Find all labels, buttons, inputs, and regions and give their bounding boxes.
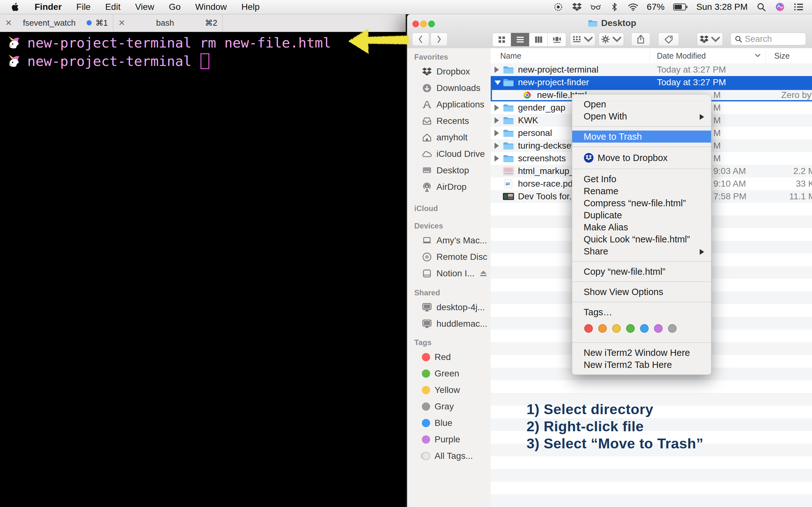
siri-icon[interactable] [775,2,785,12]
sidebar-section-favorites: FavoritesDropboxDownloadsApplicationsRec… [407,53,491,195]
action-gear-button[interactable] [599,33,624,46]
disclosure-triangle-icon[interactable] [495,155,499,162]
sidebar-item-yellow[interactable]: Yellow [407,382,491,398]
column-date-modified[interactable]: Date Modified [657,51,706,60]
menu-item-duplicate[interactable]: Duplicate [572,209,711,221]
dropbox-toolbar-button[interactable] [697,33,723,46]
sidebar-item-green[interactable]: Green [407,365,491,382]
disclosure-triangle-icon[interactable] [495,66,499,73]
sidebar-item-remote-disc[interactable]: Remote Disc [407,249,491,265]
disclosure-triangle-icon[interactable] [495,105,499,111]
disclosure-triangle-icon[interactable] [495,80,501,85]
tag-color-dot[interactable] [668,324,676,333]
tab-close-icon[interactable]: ✕ [5,18,12,28]
back-button[interactable] [412,33,429,46]
sidebar-item-blue[interactable]: Blue [407,415,491,431]
tag-color-dot[interactable] [654,324,663,333]
menu-bar-clock[interactable]: Sun 3:28 PM [696,2,748,12]
tag-color-dot[interactable] [626,324,635,333]
wifi-icon[interactable] [628,2,638,12]
bluetooth-icon[interactable] [609,2,619,12]
tag-color-dot[interactable] [598,324,607,333]
file-row-new-project-terminal[interactable]: new-project-terminalToday at 3:27 PM [491,63,812,76]
sidebar-item-amyholt[interactable]: amyholt [407,129,491,146]
dropbox-icon[interactable] [572,2,582,12]
file-row-new-project-finder[interactable]: new-project-finderToday at 3:27 PM [491,76,812,89]
menu-window[interactable]: Window [188,0,234,14]
disclosure-triangle-icon[interactable] [495,117,499,124]
apple-logo[interactable] [11,2,19,12]
file-name: KWK [518,115,538,125]
folder-icon [503,128,514,138]
group-by-button[interactable] [570,33,595,46]
menu-item-open-with[interactable]: Open With [572,110,711,122]
menu-item-label: Rename [583,186,618,196]
menu-item-tags-[interactable]: Tags… [572,306,711,318]
view-switcher[interactable] [492,33,566,47]
sidebar-item-gray[interactable]: Gray [407,398,491,415]
menu-file[interactable]: File [69,0,98,14]
sidebar-item-downloads[interactable]: Downloads [407,80,491,96]
file-size: 11.1 M [789,191,812,202]
sidebar-item-amy-s-mac-[interactable]: Amy’s Mac... [407,232,491,249]
terminal-tab-fsevent_watch[interactable]: ✕ fsevent_watch ⌘1 [0,14,113,32]
grid-view-button[interactable] [493,33,511,46]
sidebar-item-dropbox[interactable]: Dropbox [407,63,491,80]
menu-item-copy-new-file-html-[interactable]: Copy “new-file.html” [572,266,711,278]
menu-item-make-alias[interactable]: Make Alias [572,221,711,233]
column-name[interactable]: Name [500,51,521,60]
menu-item-get-info[interactable]: Get Info [572,173,711,185]
tag-color-dot[interactable] [584,324,593,333]
menu-view[interactable]: View [128,0,161,14]
column-size[interactable]: Size [774,51,790,60]
sidebar-item-huddlemac-[interactable]: huddlemac... [407,316,491,332]
menu-item-new-iterm2-window-here[interactable]: New iTerm2 Window Here [572,347,711,359]
menu-item-show-view-options[interactable]: Show View Options [572,286,711,298]
terminal-tab-bash[interactable]: ✕ bash ⌘2 [113,14,223,32]
eject-icon[interactable] [479,270,487,277]
menu-separator [572,126,711,127]
column-view-button[interactable] [529,33,548,46]
sidebar-section-icloud: iCloud [407,204,491,215]
menu-item-move-to-dropbox[interactable]: Move to Dropbox [572,151,711,165]
menu-go[interactable]: Go [161,0,188,14]
sidebar-item-airdrop[interactable]: AirDrop [407,179,491,195]
list-view-button[interactable] [511,33,529,46]
sidebar-item-label: Dropbox [437,66,470,77]
finder-sidebar: FavoritesDropboxDownloadsApplicationsRec… [407,48,491,507]
sidebar-item-all-tags-[interactable]: All Tags... [407,448,491,464]
menu-item-new-iterm2-tab-here[interactable]: New iTerm2 Tab Here [572,359,711,371]
disclosure-triangle-icon[interactable] [495,130,499,136]
sidebar-item-notion-i-[interactable]: Notion I... [407,265,491,282]
menu-finder[interactable]: Finder [27,0,69,14]
share-button[interactable] [631,33,650,46]
menu-item-move-to-trash[interactable]: Move to Trash [572,130,711,143]
forward-button[interactable] [430,33,448,46]
spotlight-icon[interactable] [756,2,766,12]
tags-button[interactable] [658,33,679,46]
menu-item-share[interactable]: Share [572,245,711,257]
sidebar-item-red[interactable]: Red [407,349,491,365]
menu-item-quick-look-new-file-html-[interactable]: Quick Look “new-file.html” [572,233,711,245]
sidebar-item-desktop[interactable]: Desktop [407,162,491,179]
sidebar-item-purple[interactable]: Purple [407,431,491,448]
menu-item-rename[interactable]: Rename [572,185,711,197]
menu-item-compress-new-file-html-[interactable]: Compress “new-file.html” [572,197,711,209]
folder-icon [503,141,514,151]
search-field[interactable]: Search [730,33,806,45]
sidebar-item-desktop-4j-[interactable]: desktop-4j... [407,299,491,316]
coverflow-view-button[interactable] [548,33,566,46]
disclosure-triangle-icon[interactable] [495,143,499,149]
menu-item-open[interactable]: Open [572,98,711,110]
tag-color-dot[interactable] [640,324,649,333]
record-icon[interactable] [553,2,563,12]
sidebar-item-icloud-drive[interactable]: iCloud Drive [407,146,491,162]
menu-help[interactable]: Help [234,0,267,14]
notification-center-icon[interactable] [794,2,804,12]
sidebar-item-recents[interactable]: Recents [407,113,491,129]
tab-close-icon[interactable]: ✕ [118,18,125,28]
tag-color-dot[interactable] [612,324,621,333]
sidebar-item-applications[interactable]: Applications [407,96,491,113]
menu-edit[interactable]: Edit [98,0,128,14]
glasses-icon[interactable] [591,2,601,12]
